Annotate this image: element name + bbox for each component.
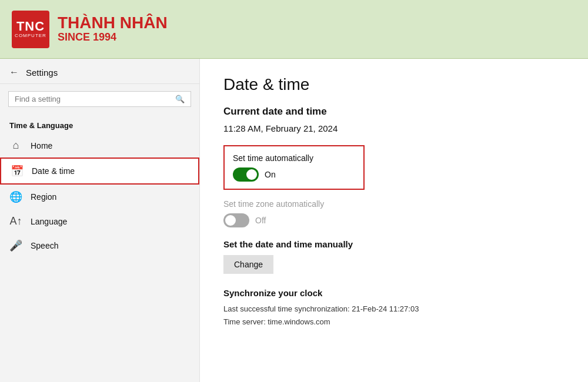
- brand-name: THÀNH NHÂN: [58, 15, 168, 31]
- sidebar-title: Settings: [26, 68, 58, 78]
- change-button[interactable]: Change: [223, 255, 273, 274]
- logo-box: TNC COMPUTER: [12, 11, 49, 48]
- logo-computer: COMPUTER: [15, 33, 46, 39]
- sync-info-line1: Last successful time synchronization: 21…: [223, 303, 564, 316]
- sidebar-item-language[interactable]: A↑ Language: [0, 209, 199, 233]
- language-icon: A↑: [9, 215, 22, 227]
- manual-section-label: Set the date and time manually: [223, 239, 564, 249]
- sidebar-item-date-time[interactable]: 📅 Date & time: [0, 158, 199, 185]
- sidebar-item-region[interactable]: 🌐 Region: [0, 185, 199, 209]
- set-timezone-auto-group: Set time zone automatically Off: [223, 199, 564, 227]
- set-time-auto-state: On: [265, 170, 276, 179]
- content-area: Date & time Current date and time 11:28 …: [200, 59, 588, 382]
- toggle-knob-on: [246, 169, 257, 180]
- brand-since: SINCE 1994: [58, 31, 168, 43]
- globe-icon: 🌐: [9, 190, 22, 203]
- header: TNC COMPUTER THÀNH NHÂN SINCE 1994: [0, 0, 588, 59]
- sidebar-item-home-label: Home: [31, 141, 52, 150]
- sync-heading: Synchronize your clock: [223, 288, 564, 298]
- set-timezone-auto-row: Off: [223, 213, 564, 227]
- sidebar: ← Settings 🔍 Time & Language ⌂ Home 📅 Da…: [0, 59, 200, 382]
- sidebar-item-language-label: Language: [31, 217, 67, 226]
- search-icon: 🔍: [175, 95, 185, 103]
- search-input[interactable]: [15, 95, 171, 103]
- sidebar-section-label: Time & Language: [0, 114, 199, 133]
- sidebar-item-home[interactable]: ⌂ Home: [0, 133, 199, 158]
- search-bar[interactable]: 🔍: [8, 91, 191, 107]
- main-layout: ← Settings 🔍 Time & Language ⌂ Home 📅 Da…: [0, 59, 588, 382]
- set-time-auto-row: On: [233, 167, 355, 182]
- sidebar-item-speech[interactable]: 🎤 Speech: [0, 233, 199, 258]
- logo-tnc: TNC: [16, 19, 45, 33]
- sync-info: Last successful time synchronization: 21…: [223, 303, 564, 329]
- toggle-knob-off: [225, 215, 236, 226]
- home-icon: ⌂: [9, 139, 22, 152]
- brand-text: THÀNH NHÂN SINCE 1994: [58, 15, 168, 43]
- back-button[interactable]: ←: [9, 67, 19, 78]
- set-timezone-auto-state: Off: [255, 216, 266, 225]
- set-time-auto-toggle[interactable]: [233, 167, 259, 182]
- microphone-icon: 🎤: [9, 239, 22, 252]
- set-time-auto-group: Set time automatically On: [223, 145, 365, 190]
- set-timezone-auto-toggle[interactable]: [223, 213, 249, 227]
- sidebar-item-region-label: Region: [31, 192, 56, 202]
- current-datetime-display: 11:28 AM, February 21, 2024: [223, 123, 564, 133]
- set-timezone-auto-label: Set time zone automatically: [223, 199, 564, 209]
- current-section-heading: Current date and time: [223, 106, 564, 118]
- sidebar-top: ← Settings: [0, 59, 199, 84]
- set-time-auto-label: Set time automatically: [233, 153, 355, 163]
- page-title: Date & time: [223, 75, 564, 94]
- sidebar-item-speech-label: Speech: [31, 241, 58, 250]
- sidebar-item-date-time-label: Date & time: [32, 166, 75, 176]
- sync-info-line2: Time server: time.windows.com: [223, 316, 564, 329]
- calendar-icon: 📅: [11, 165, 24, 177]
